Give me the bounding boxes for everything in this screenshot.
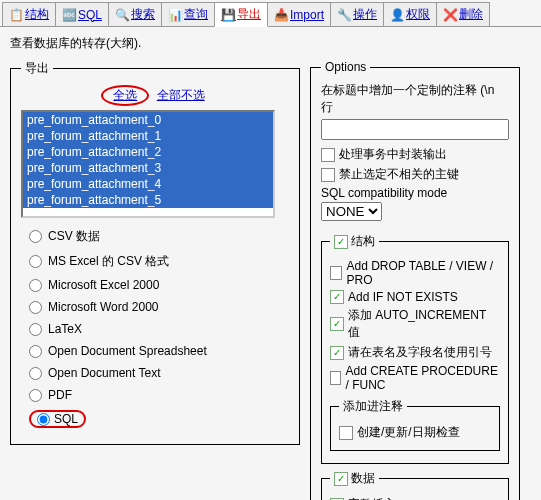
export-icon: 💾 — [221, 8, 235, 22]
cb-label: 完整插入 — [348, 496, 396, 500]
tables-listbox[interactable]: pre_forum_attachment_0 pre_forum_attachm… — [21, 110, 275, 218]
select-links: 全选 全部不选 — [21, 85, 289, 106]
cb-label: 创建/更新/日期检查 — [357, 424, 460, 441]
structure-legend: 结构 — [330, 233, 379, 250]
options-legend: Options — [321, 60, 370, 74]
options-fieldset: Options 在标题中增加一个定制的注释 (\n 行 处理事务中封装输出 禁止… — [310, 60, 520, 500]
cb-label: Add DROP TABLE / VIEW / PRO — [346, 259, 500, 287]
select-all-link[interactable]: 全选 — [113, 88, 137, 102]
cb-label: 添加 AUTO_INCREMENT 值 — [348, 307, 500, 341]
tools-icon: 🔧 — [337, 8, 351, 22]
tab-operations[interactable]: 🔧操作 — [330, 2, 384, 26]
structure-fieldset: 结构 Add DROP TABLE / VIEW / PRO Add IF NO… — [321, 233, 509, 464]
tab-label: SQL — [78, 8, 102, 22]
list-item[interactable]: pre_forum_attachment_2 — [23, 144, 273, 160]
radio-label: Microsoft Excel 2000 — [48, 278, 159, 292]
format-radios: CSV 数据 MS Excel 的 CSV 格式 Microsoft Excel… — [21, 228, 289, 428]
tab-bar: 📋结构 🔤SQL 🔍搜索 📊查询 💾导出 📥Import 🔧操作 👤权限 ❌删除 — [0, 0, 541, 27]
tab-sql[interactable]: 🔤SQL — [55, 2, 109, 26]
radio-sql[interactable] — [37, 413, 50, 426]
radio-pdf[interactable] — [29, 389, 42, 402]
checkbox-drop-table[interactable] — [330, 266, 342, 280]
compat-label: SQL compatibility mode — [321, 186, 509, 200]
main-content: 导出 全选 全部不选 pre_forum_attachment_0 pre_fo… — [0, 60, 541, 500]
radio-excel2000[interactable] — [29, 279, 42, 292]
tab-export[interactable]: 💾导出 — [214, 2, 268, 27]
list-item[interactable]: pre_forum_attachment_1 — [23, 128, 273, 144]
checkbox-auto-inc[interactable] — [330, 317, 344, 331]
list-item[interactable]: pre_forum_attachment_3 — [23, 160, 273, 176]
comment-label: 在标题中增加一个定制的注释 (\n 行 — [321, 82, 509, 116]
comment-input[interactable] — [321, 119, 509, 140]
cb-label: Add IF NOT EXISTS — [348, 290, 458, 304]
query-icon: 📊 — [168, 8, 182, 22]
cb-label: 处理事务中封装输出 — [339, 146, 447, 163]
highlight-select-all: 全选 — [101, 85, 149, 106]
tab-label: 操作 — [353, 6, 377, 23]
tab-query[interactable]: 📊查询 — [161, 2, 215, 26]
comments-legend: 添加进注释 — [339, 398, 407, 415]
tab-label: 删除 — [459, 6, 483, 23]
checkbox-structure[interactable] — [334, 235, 348, 249]
cb-label: 请在表名及字段名使用引号 — [348, 344, 492, 361]
checkbox-date-check[interactable] — [339, 426, 353, 440]
checkbox-trans-wrap[interactable] — [321, 148, 335, 162]
radio-label: Open Document Text — [48, 366, 161, 380]
radio-label: LaTeX — [48, 322, 82, 336]
cb-label: 禁止选定不相关的主键 — [339, 166, 459, 183]
tab-label: 导出 — [237, 6, 261, 23]
search-icon: 🔍 — [115, 8, 129, 22]
checkbox-disable-fk[interactable] — [321, 168, 335, 182]
radio-ods[interactable] — [29, 345, 42, 358]
tab-label: 查询 — [184, 6, 208, 23]
tab-drop[interactable]: ❌删除 — [436, 2, 490, 26]
list-item[interactable]: pre_forum_attachment_4 — [23, 176, 273, 192]
tab-search[interactable]: 🔍搜索 — [108, 2, 162, 26]
radio-latex[interactable] — [29, 323, 42, 336]
radio-csv-excel[interactable] — [29, 255, 42, 268]
compat-select[interactable]: NONE — [321, 202, 382, 221]
sql-icon: 🔤 — [62, 8, 76, 22]
comments-fieldset: 添加进注释 创建/更新/日期检查 — [330, 398, 500, 451]
structure-icon: 📋 — [9, 8, 23, 22]
export-legend: 导出 — [21, 60, 53, 77]
tab-label: 权限 — [406, 6, 430, 23]
tab-label: 结构 — [25, 6, 49, 23]
tab-privileges[interactable]: 👤权限 — [383, 2, 437, 26]
radio-label: Microsoft Word 2000 — [48, 300, 159, 314]
tab-label: 搜索 — [131, 6, 155, 23]
radio-odt[interactable] — [29, 367, 42, 380]
tab-structure[interactable]: 📋结构 — [2, 2, 56, 26]
privileges-icon: 👤 — [390, 8, 404, 22]
delete-icon: ❌ — [443, 8, 457, 22]
radio-label: PDF — [48, 388, 72, 402]
radio-csv[interactable] — [29, 230, 42, 243]
page-subtitle: 查看数据库的转存(大纲). — [0, 27, 541, 60]
select-none-link[interactable]: 全部不选 — [157, 88, 205, 102]
radio-label: CSV 数据 — [48, 228, 100, 245]
radio-label: Open Document Spreadsheet — [48, 344, 207, 358]
list-item[interactable]: pre_forum_attachment_5 — [23, 192, 273, 208]
tab-label: Import — [290, 8, 324, 22]
radio-label: SQL — [54, 412, 78, 426]
checkbox-if-not-exists[interactable] — [330, 290, 344, 304]
cb-label: Add CREATE PROCEDURE / FUNC — [345, 364, 500, 392]
checkbox-backquote[interactable] — [330, 346, 344, 360]
radio-word2000[interactable] — [29, 301, 42, 314]
checkbox-create-proc[interactable] — [330, 371, 341, 385]
data-fieldset: 数据 完整插入 扩展插入 Maximal length of created q… — [321, 470, 509, 500]
export-fieldset: 导出 全选 全部不选 pre_forum_attachment_0 pre_fo… — [10, 60, 300, 445]
data-legend: 数据 — [330, 470, 379, 487]
import-icon: 📥 — [274, 8, 288, 22]
list-item[interactable]: pre_forum_attachment_0 — [23, 112, 273, 128]
checkbox-data[interactable] — [334, 472, 348, 486]
radio-label: MS Excel 的 CSV 格式 — [48, 253, 169, 270]
highlight-sql: SQL — [29, 410, 86, 428]
tab-import[interactable]: 📥Import — [267, 2, 331, 26]
